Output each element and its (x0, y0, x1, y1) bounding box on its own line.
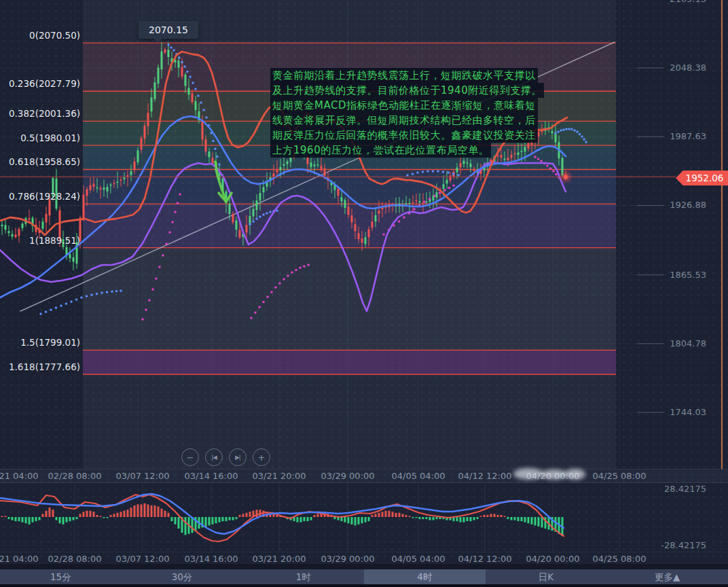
fib-level-label: 0.618(1958.65) (0, 156, 80, 167)
fib-level-label: 0.382(2001.36) (0, 108, 80, 119)
peak-price-tooltip: 2070.15 (139, 21, 198, 39)
skip-to-end-button[interactable]: ▶| (229, 448, 247, 466)
time-axis-label: 04/12 12:00 (458, 554, 511, 564)
fib-level-label: 0.236(2027.79) (0, 78, 80, 89)
fib-level-label: 0.786(1928.24) (0, 191, 80, 202)
chart-zoom-controls: −|◀▶|+ (181, 448, 270, 466)
chart-right-border (721, 0, 723, 469)
price-axis-tick: 1987.63 (652, 131, 706, 141)
time-axis-label: 03/29 00:00 (321, 471, 374, 481)
separator-strip (0, 564, 728, 569)
bottom-edge (0, 584, 728, 587)
time-axis-label: 04/25 08:00 (592, 471, 646, 481)
annotation-line: 上方1960的压力位，尝试在此位置布局空单。 (270, 143, 491, 158)
time-axis-label: 03/14 16:00 (184, 554, 238, 564)
price-axis-tick: 1865.53 (652, 270, 706, 280)
macd-min-label: -28.42175 (652, 540, 706, 550)
fib-level-label: 0(2070.50) (0, 30, 80, 41)
time-axis-label: 03/07 12:00 (115, 554, 169, 564)
zoom-out-button[interactable]: − (181, 448, 199, 466)
time-axis-label: 02/28 08:00 (48, 554, 101, 564)
annotation-line: 黄金前期沿着上升趋势线震荡上行，短期跌破水平支撑以 (270, 68, 538, 83)
timeframe-tab-5[interactable]: 更多▲ (606, 569, 728, 584)
timeframe-tab-3[interactable]: 4时 (364, 569, 486, 584)
watermark-smudge (565, 469, 585, 480)
current-price-tag: 1952.06 (676, 171, 728, 185)
timeframe-toolbar: 15分30分1时4时日K更多▲ (0, 569, 728, 584)
price-axis-tick: 1804.78 (652, 338, 706, 349)
price-axis-tick: 2109.13 (652, 0, 706, 4)
time-axis-label: 02/28 08:00 (48, 471, 101, 481)
skip-to-start-button[interactable]: |◀ (205, 448, 223, 466)
time-axis-label: 04/20 00:00 (526, 554, 579, 564)
time-axis-label: 04/12 12:00 (458, 471, 511, 481)
fib-level-label: 1(1889.51) (0, 235, 80, 246)
watermark-smudge (513, 468, 543, 480)
timeframe-tab-4[interactable]: 日K (486, 569, 607, 584)
time-axis-label: 03/21 20:00 (252, 471, 306, 481)
time-axis-label: 03/14 16:00 (184, 471, 238, 481)
macd-max-label: 28.42175 (652, 484, 706, 494)
x-axis-macd: 02/21 04:0002/28 08:0003/07 12:0003/14 1… (0, 552, 728, 565)
macd-indicator-pane[interactable] (0, 482, 728, 552)
skip-to-start-icon: |◀ (211, 454, 216, 461)
zoom-in-icon: + (258, 452, 266, 463)
fib-level-label: 1.618(1777.66) (0, 361, 80, 372)
annotation-line: 期反弹压力位后回落的概率依旧较大。鑫豪建议投资关注 (270, 128, 538, 143)
zoom-in-button[interactable]: + (253, 448, 270, 466)
timeframe-tab-1[interactable]: 30分 (122, 569, 243, 584)
time-axis-label: 04/05 04:00 (391, 471, 445, 481)
zoom-out-icon: − (187, 452, 194, 463)
time-axis-label: 04/05 04:00 (391, 554, 445, 564)
fib-level-label: 0.5(1980.01) (0, 132, 80, 143)
annotation-line: 及上升趋势线的支撑。目前价格位于1940附近得到支撑。 (270, 83, 544, 98)
timeframe-tab-0[interactable]: 15分 (0, 569, 122, 584)
time-axis-label: 03/21 20:00 (252, 554, 306, 564)
annotation-line: 短期黄金MACD指标绿色动能柱正在逐渐缩短，意味着短 (270, 98, 538, 113)
time-axis-label: 03/07 12:00 (115, 471, 169, 481)
trading-chart-app: 0(2070.50)0.236(2027.79)0.382(2001.36)0.… (0, 0, 728, 587)
watermark-smudge (541, 469, 568, 480)
fib-level-label: 1.5(1799.01) (0, 337, 80, 348)
x-axis-main: 02/21 04:0002/28 08:0003/07 12:0003/14 1… (0, 469, 728, 482)
timeframe-tab-2[interactable]: 1时 (242, 569, 364, 584)
price-axis-tick: 1926.88 (652, 200, 706, 210)
analysis-annotation: 黄金前期沿着上升趋势线震荡上行，短期跌破水平支撑以及上升趋势线的支撑。目前价格位… (270, 68, 544, 158)
time-axis-label: 02/21 04:00 (0, 471, 39, 481)
annotation-line: 线黄金将展开反弹。但短周期技术结构已经由多转空，后 (270, 113, 538, 128)
price-axis-tick: 2048.38 (652, 63, 706, 73)
time-axis-label: 03/29 00:00 (321, 554, 374, 564)
price-axis-tick: 1744.03 (652, 407, 706, 417)
time-axis-label: 02/21 04:00 (0, 554, 39, 564)
skip-to-end-icon: ▶| (235, 454, 240, 461)
time-axis-label: 04/25 08:00 (592, 554, 646, 564)
